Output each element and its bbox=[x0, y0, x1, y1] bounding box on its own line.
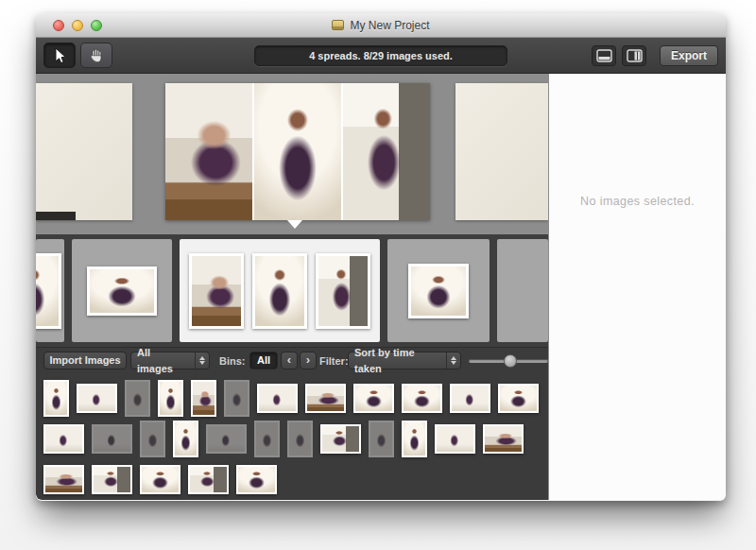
image-thumbnail[interactable] bbox=[435, 424, 475, 454]
previous-bin-button[interactable]: ‹ bbox=[281, 352, 298, 370]
photo-image bbox=[36, 256, 59, 326]
size-slider-thumb[interactable] bbox=[504, 354, 517, 368]
image-thumbnail[interactable] bbox=[320, 424, 361, 454]
close-button[interactable] bbox=[53, 20, 64, 31]
images-filter-dropdown[interactable]: All images bbox=[130, 352, 210, 370]
editor-column: Import Images All images Bins: All ‹ › F… bbox=[36, 74, 548, 500]
photo-image bbox=[437, 426, 473, 452]
photo-image bbox=[127, 382, 148, 415]
photo-image bbox=[142, 467, 179, 492]
image-thumbnail[interactable] bbox=[92, 465, 132, 494]
main-toolbar: 4 spreads. 8/29 images used. bbox=[36, 38, 726, 74]
next-bin-button[interactable]: › bbox=[300, 352, 317, 370]
previous-spread-page[interactable] bbox=[36, 83, 132, 220]
stepper-arrows-icon bbox=[195, 352, 209, 369]
image-thumbnail[interactable] bbox=[450, 384, 490, 413]
toggle-filmstrip-button[interactable] bbox=[592, 45, 616, 66]
inspector-panel: No images selected. bbox=[548, 74, 726, 500]
image-thumbnail[interactable] bbox=[43, 424, 84, 454]
app-window: My New Project bbox=[36, 13, 726, 501]
next-spread-page[interactable] bbox=[455, 83, 548, 220]
filter-label: Filter: bbox=[319, 355, 349, 367]
image-thumbnail[interactable] bbox=[125, 380, 150, 417]
zoom-button[interactable] bbox=[91, 20, 102, 31]
filmstrip-photo[interactable] bbox=[87, 266, 157, 316]
photo-image bbox=[193, 382, 215, 415]
image-thumbnail[interactable] bbox=[498, 384, 539, 413]
filmstrip-photo[interactable] bbox=[316, 253, 370, 329]
thumbnail-row bbox=[43, 419, 548, 459]
image-thumbnail[interactable] bbox=[236, 465, 277, 494]
image-thumbnail[interactable] bbox=[43, 465, 84, 494]
filmstrip-photo[interactable] bbox=[252, 253, 307, 329]
filmstrip-spread[interactable] bbox=[387, 239, 490, 342]
thumbnail-row bbox=[43, 459, 548, 500]
spread-photo[interactable] bbox=[343, 83, 430, 220]
photo-image bbox=[208, 426, 245, 452]
photo-image bbox=[94, 467, 130, 492]
image-thumbnail[interactable] bbox=[158, 380, 183, 417]
minimize-button[interactable] bbox=[72, 20, 83, 31]
stepper-arrows-icon bbox=[446, 352, 460, 369]
image-thumbnail[interactable] bbox=[77, 384, 117, 413]
image-thumbnail[interactable] bbox=[402, 421, 427, 457]
image-thumbnail[interactable] bbox=[483, 424, 524, 454]
filmstrip-photo[interactable] bbox=[36, 253, 61, 329]
photo-image bbox=[485, 426, 522, 452]
bottom-panel-icon bbox=[596, 49, 612, 62]
image-thumbnail[interactable] bbox=[43, 380, 69, 417]
filmstrip[interactable] bbox=[36, 234, 548, 347]
image-thumbnail[interactable] bbox=[92, 424, 132, 454]
import-images-button[interactable]: Import Images bbox=[43, 352, 127, 370]
image-thumbnail[interactable] bbox=[140, 465, 180, 494]
toggle-inspector-button[interactable] bbox=[622, 45, 646, 66]
photo-image bbox=[411, 266, 466, 316]
bins-all-button[interactable]: All bbox=[249, 352, 278, 370]
image-thumbnail[interactable] bbox=[173, 421, 198, 457]
photo-image bbox=[192, 256, 241, 326]
image-thumbnail[interactable] bbox=[287, 421, 313, 457]
photo-image bbox=[355, 386, 392, 411]
photo-image bbox=[226, 382, 248, 415]
thumbnail-row bbox=[43, 378, 548, 419]
thumbnail-size-slider[interactable] bbox=[469, 359, 548, 363]
photo-image bbox=[289, 422, 311, 455]
export-button[interactable]: Export bbox=[660, 45, 718, 66]
photo-image bbox=[190, 467, 227, 492]
filmstrip-spread[interactable] bbox=[497, 239, 548, 342]
filmstrip-spread[interactable] bbox=[72, 239, 172, 342]
spread-photo[interactable] bbox=[165, 83, 252, 220]
image-thumbnail[interactable] bbox=[140, 421, 165, 457]
image-thumbnail[interactable] bbox=[353, 384, 394, 413]
toolbar-right: Export bbox=[592, 45, 718, 66]
spread-canvas[interactable] bbox=[36, 74, 548, 234]
image-thumbnail[interactable] bbox=[206, 424, 247, 454]
photo-image bbox=[322, 426, 359, 452]
image-thumbnail[interactable] bbox=[305, 384, 346, 413]
select-tool-button[interactable] bbox=[43, 43, 76, 68]
image-thumbnail[interactable] bbox=[191, 380, 216, 417]
title-bar[interactable]: My New Project bbox=[36, 13, 726, 38]
current-spread[interactable] bbox=[165, 83, 430, 220]
pan-tool-button[interactable] bbox=[80, 43, 112, 68]
window-title: My New Project bbox=[350, 19, 429, 32]
photo-image bbox=[160, 382, 181, 415]
image-thumbnail[interactable] bbox=[188, 465, 229, 494]
sort-dropdown[interactable]: Sort by time taken bbox=[348, 352, 461, 370]
filmstrip-photo[interactable] bbox=[189, 253, 244, 329]
filmstrip-photo[interactable] bbox=[408, 264, 469, 318]
thumbnail-grid[interactable] bbox=[36, 373, 548, 500]
image-thumbnail[interactable] bbox=[254, 421, 280, 457]
filmstrip-spread[interactable] bbox=[36, 239, 64, 342]
image-thumbnail[interactable] bbox=[257, 384, 298, 413]
filmstrip-spread[interactable] bbox=[180, 239, 380, 342]
image-thumbnail[interactable] bbox=[224, 380, 249, 417]
image-thumbnail[interactable] bbox=[369, 421, 394, 457]
spread-photo[interactable] bbox=[254, 83, 341, 220]
sort-value: Sort by time taken bbox=[349, 345, 446, 377]
photo-image bbox=[370, 422, 392, 455]
photo-image bbox=[45, 382, 67, 415]
no-selection-message: No images selected. bbox=[549, 195, 726, 208]
image-thumbnail[interactable] bbox=[402, 384, 442, 413]
desktop: My New Project bbox=[0, 0, 756, 550]
